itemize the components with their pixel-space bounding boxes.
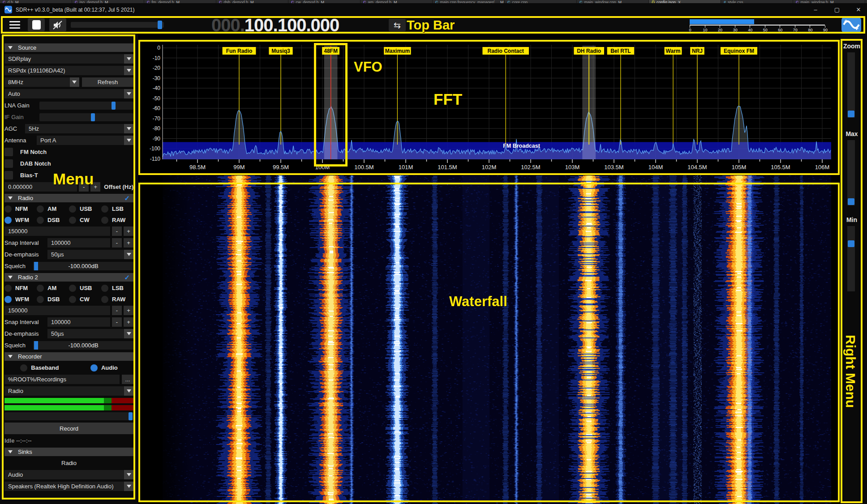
- decrement-button[interactable]: -: [112, 306, 122, 315]
- radio-circle-icon[interactable]: [37, 285, 44, 292]
- offset-input[interactable]: 0.000000: [4, 182, 77, 192]
- mode-radio-wfm[interactable]: WFM: [4, 295, 37, 303]
- station-label-musiq3[interactable]: Musiq3: [269, 47, 292, 55]
- refresh-button[interactable]: Refresh: [82, 77, 133, 87]
- close-button[interactable]: ✕: [854, 6, 863, 13]
- mode-radio-usb[interactable]: USB: [69, 284, 101, 292]
- editor-tab-cw-demod-h[interactable]: Ccw_demod.hM: [288, 0, 361, 3]
- radio-circle-icon[interactable]: [4, 296, 12, 303]
- max-slider-handle[interactable]: [848, 198, 854, 205]
- decrement-button[interactable]: -: [112, 317, 122, 327]
- mute-button[interactable]: [49, 18, 66, 31]
- radio-circle-icon[interactable]: [4, 205, 12, 213]
- volume-slider[interactable]: [71, 22, 164, 28]
- mode-radio-am[interactable]: AM: [37, 284, 69, 292]
- bandwidth-input[interactable]: 150000: [4, 306, 110, 315]
- increment-button[interactable]: +: [124, 317, 133, 327]
- enabled-check-icon[interactable]: ✓: [124, 194, 130, 202]
- section-header-sinks[interactable]: Sinks: [4, 448, 133, 456]
- recorder-mode-baseband[interactable]: Baseband: [20, 363, 59, 372]
- mode-radio-lsb[interactable]: LSB: [101, 284, 133, 292]
- mode-radio-dsb[interactable]: DSB: [37, 216, 69, 224]
- radio-circle-icon[interactable]: [101, 296, 108, 303]
- input-snap-interval[interactable]: 100000: [47, 317, 110, 327]
- decrement-button[interactable]: -: [112, 238, 122, 248]
- mode-radio-lsb[interactable]: LSB: [101, 205, 133, 213]
- editor-tab-d-h[interactable]: Cd.hM: [0, 0, 72, 3]
- radio-circle-icon[interactable]: [101, 205, 108, 213]
- section-header-source[interactable]: Source: [4, 43, 133, 52]
- squelch-slider[interactable]: -100.000dB: [33, 262, 133, 270]
- checkbox-dab-notch[interactable]: [4, 159, 13, 168]
- editor-tab-iso-demod-h[interactable]: Ciso_demod.hM: [72, 0, 144, 3]
- section-header-recorder[interactable]: Recorder: [4, 352, 133, 361]
- checkbox-row-fm-notch[interactable]: FM Notch: [4, 147, 133, 157]
- decrement-button[interactable]: -: [112, 226, 122, 236]
- dropdown-de-emphasis[interactable]: 50µs: [47, 250, 133, 259]
- station-label-bel-rtl[interactable]: Bel RTL: [607, 47, 634, 55]
- increment-button[interactable]: +: [124, 306, 133, 315]
- station-label-radio-contact[interactable]: Radio Contact: [482, 47, 529, 55]
- radio-circle-icon[interactable]: [101, 217, 108, 224]
- mode-radio-dsb[interactable]: DSB: [37, 295, 69, 303]
- min-slider[interactable]: [847, 226, 855, 291]
- slider-handle[interactable]: [91, 113, 95, 121]
- radio-circle-icon[interactable]: [69, 217, 76, 224]
- dropdown-speakers-realtek-high-definition-audio[interactable]: Speakers (Realtek High Definition Audio): [4, 482, 133, 491]
- dropdown-agc[interactable]: 5Hz: [25, 124, 133, 133]
- waterfall-display[interactable]: [138, 175, 840, 504]
- input-snap-interval[interactable]: 100000: [47, 238, 110, 248]
- editor-tab-config-json[interactable]: {}config.jsonX: [649, 0, 721, 3]
- radio-circle-icon[interactable]: [90, 364, 98, 372]
- fft-display[interactable]: FM BroadcastFun RadioMusiq348FMMaximumRa…: [138, 34, 840, 175]
- recorder-volume-slider[interactable]: [4, 412, 133, 420]
- radio-circle-icon[interactable]: [69, 296, 76, 303]
- radio-circle-icon[interactable]: [69, 205, 76, 213]
- minimize-button[interactable]: –: [811, 6, 820, 13]
- dropdown-auto[interactable]: Auto: [4, 89, 133, 98]
- mode-radio-wfm[interactable]: WFM: [4, 216, 37, 224]
- editor-tab-fm-demod-h[interactable]: Cfm_demod.hM: [144, 0, 216, 3]
- increment-button[interactable]: +: [124, 226, 133, 236]
- mode-radio-nfm[interactable]: NFM: [4, 284, 37, 292]
- enabled-check-icon[interactable]: ✓: [124, 273, 130, 282]
- vfo-swap-button[interactable]: ⇆: [389, 19, 406, 31]
- dropdown-sdrplay[interactable]: SDRplay: [4, 54, 133, 64]
- editor-tab-dsb-demod-h[interactable]: Cdsb_demod.hM: [216, 0, 288, 3]
- bandwidth-input[interactable]: 150000: [4, 226, 110, 236]
- min-slider-handle[interactable]: [848, 240, 854, 247]
- menu-toggle-button[interactable]: [6, 19, 23, 31]
- editor-tab-am-demod-h[interactable]: Cam_demod.hM: [361, 0, 433, 3]
- slider-handle[interactable]: [112, 102, 116, 110]
- station-label-warm[interactable]: Warm: [665, 47, 682, 55]
- station-label-dh-radio[interactable]: DH Radio: [574, 47, 604, 55]
- maximize-button[interactable]: ▢: [832, 6, 842, 13]
- radio-circle-icon[interactable]: [37, 296, 44, 303]
- zoom-slider-handle[interactable]: [848, 111, 854, 117]
- editor-tab-core-cpp[interactable]: Ccore.cpp: [505, 0, 577, 3]
- mode-radio-nfm[interactable]: NFM: [4, 205, 37, 213]
- editor-tab-style-css[interactable]: #style.css: [721, 0, 793, 3]
- zoom-slider[interactable]: [847, 52, 855, 118]
- recorder-volume-handle[interactable]: [129, 412, 133, 420]
- editor-tab-main-window-cpp[interactable]: Cmain_window.cppM: [577, 0, 649, 3]
- squelch-slider[interactable]: -100.000dB: [33, 341, 133, 350]
- mode-radio-raw[interactable]: RAW: [101, 216, 133, 224]
- radio-circle-icon[interactable]: [37, 205, 44, 213]
- record-button[interactable]: Record: [4, 423, 133, 434]
- recording-path-input[interactable]: %ROOT%/Recordings: [4, 375, 120, 384]
- section-header-radio[interactable]: Radio✓: [4, 194, 133, 202]
- checkbox-bias-t[interactable]: [4, 171, 13, 179]
- checkbox-fm-notch[interactable]: [4, 148, 13, 156]
- station-label-equinox-fm[interactable]: Equinox FM: [721, 47, 757, 55]
- offset-increment-button[interactable]: +: [90, 182, 100, 192]
- waterfall-canvas[interactable]: [163, 175, 831, 504]
- stop-button[interactable]: [28, 18, 45, 31]
- dropdown-audio[interactable]: Audio: [4, 470, 133, 479]
- editor-tab-main-cpp-frequency-manager[interactable]: Cmain.cpp frequency_manager(...M: [433, 0, 505, 3]
- mode-radio-cw[interactable]: CW: [69, 295, 101, 303]
- editor-tab-main-cpp-radio[interactable]: Cmain.cpp radio(...M: [865, 0, 867, 3]
- mode-radio-am[interactable]: AM: [37, 205, 69, 213]
- station-label-maximum[interactable]: Maximum: [384, 47, 411, 55]
- station-label-nrj[interactable]: NRJ: [690, 47, 704, 55]
